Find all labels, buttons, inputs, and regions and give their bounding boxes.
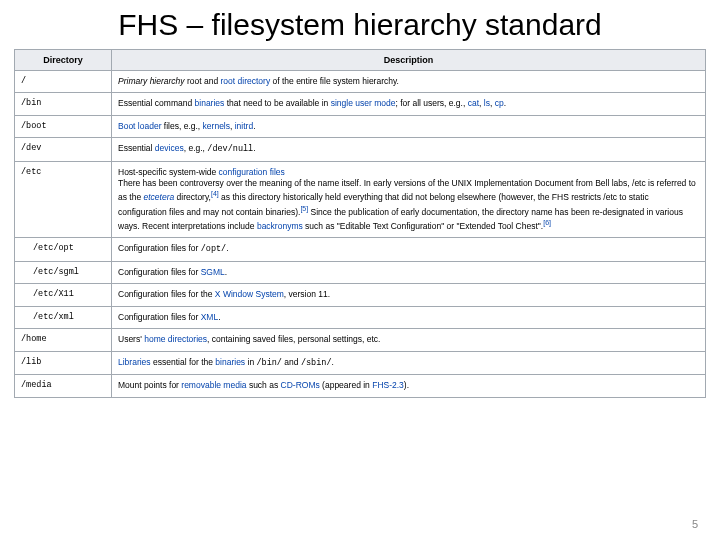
desc-bin: Essential command binaries that need to …: [112, 93, 706, 115]
dir-lib: /lib: [15, 351, 112, 374]
desc-home: Users' home directories, containing save…: [112, 329, 706, 351]
row-media: /media Mount points for removable media …: [15, 375, 706, 397]
row-etc: /etc Host-specific system-wide configura…: [15, 161, 706, 238]
desc-etc: Host-specific system-wide configuration …: [112, 161, 706, 238]
page-number: 5: [692, 518, 698, 530]
dir-media: /media: [15, 375, 112, 397]
row-root: / Primary hierarchy root and root direct…: [15, 70, 706, 92]
col-directory: Directory: [15, 49, 112, 70]
dir-root: /: [15, 70, 112, 92]
desc-lib: Libraries essential for the binaries in …: [112, 351, 706, 374]
row-home: /home Users' home directories, containin…: [15, 329, 706, 351]
fhs-table-wrap: Directory Description / Primary hierarch…: [14, 49, 706, 398]
table-header-row: Directory Description: [15, 49, 706, 70]
dir-etc: /etc: [15, 161, 112, 238]
dir-etc-sgml: /etc/sgml: [15, 261, 112, 283]
dir-boot: /boot: [15, 115, 112, 137]
dir-dev: /dev: [15, 138, 112, 161]
dir-etc-xml: /etc/xml: [15, 306, 112, 328]
desc-dev: Essential devices, e.g., /dev/null.: [112, 138, 706, 161]
dir-bin: /bin: [15, 93, 112, 115]
fhs-table: Directory Description / Primary hierarch…: [14, 49, 706, 398]
row-bin: /bin Essential command binaries that nee…: [15, 93, 706, 115]
desc-etc-xml: Configuration files for XML.: [112, 306, 706, 328]
row-boot: /boot Boot loader files, e.g., kernels, …: [15, 115, 706, 137]
row-etc-sgml: /etc/sgml Configuration files for SGML.: [15, 261, 706, 283]
desc-root: Primary hierarchy root and root director…: [112, 70, 706, 92]
dir-home: /home: [15, 329, 112, 351]
row-lib: /lib Libraries essential for the binarie…: [15, 351, 706, 374]
col-description: Description: [112, 49, 706, 70]
dir-etc-x11: /etc/X11: [15, 284, 112, 306]
desc-media: Mount points for removable media such as…: [112, 375, 706, 397]
row-dev: /dev Essential devices, e.g., /dev/null.: [15, 138, 706, 161]
row-etc-xml: /etc/xml Configuration files for XML.: [15, 306, 706, 328]
desc-etc-sgml: Configuration files for SGML.: [112, 261, 706, 283]
page-title: FHS – filesystem hierarchy standard: [0, 8, 720, 43]
desc-etc-x11: Configuration files for the X Window Sys…: [112, 284, 706, 306]
desc-etc-opt: Configuration files for /opt/.: [112, 238, 706, 261]
row-etc-x11: /etc/X11 Configuration files for the X W…: [15, 284, 706, 306]
dir-etc-opt: /etc/opt: [15, 238, 112, 261]
desc-boot: Boot loader files, e.g., kernels, initrd…: [112, 115, 706, 137]
row-etc-opt: /etc/opt Configuration files for /opt/.: [15, 238, 706, 261]
